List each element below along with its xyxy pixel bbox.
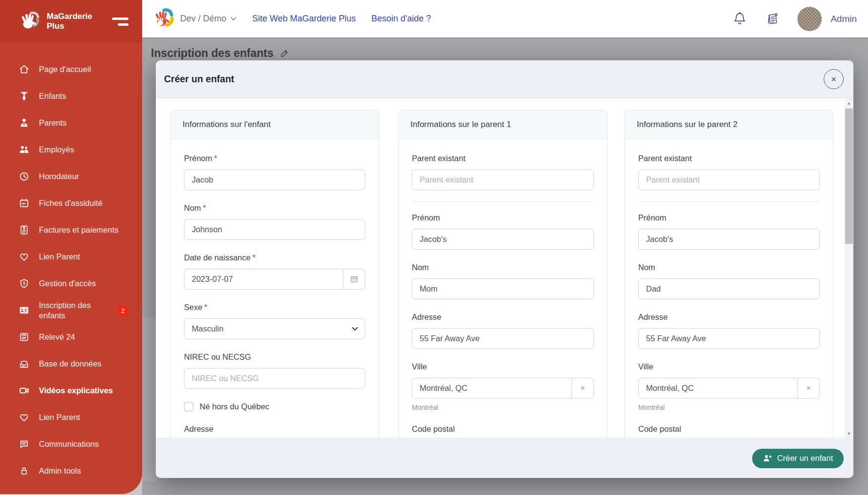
clock-icon: [18, 171, 30, 182]
clear-ville-icon[interactable]: ×: [572, 378, 594, 399]
sidebar-item-communications[interactable]: Communications: [0, 431, 142, 458]
sidebar-item-accueil[interactable]: Page d'accueil: [0, 56, 142, 83]
nirec-input[interactable]: [184, 368, 365, 389]
help-link[interactable]: Besoin d'aide ?: [371, 14, 431, 24]
modal-footer: Créer un enfant: [156, 438, 853, 478]
sidebar-nav: Page d'accueil Enfants Parents Employés …: [0, 43, 142, 484]
sidebar-item-releve24[interactable]: Relevé 24: [0, 324, 142, 350]
chevron-down-icon: [230, 17, 237, 21]
prenom-field: Prénom: [638, 213, 820, 250]
date-picker-button[interactable]: [343, 269, 365, 290]
parent2-prenom-input[interactable]: [638, 229, 820, 250]
parent-existant-input[interactable]: [638, 169, 820, 190]
parent-existant-field: Parent existant: [638, 154, 820, 190]
heart-icon: [18, 412, 30, 423]
sidebar-item-parents[interactable]: Parents: [0, 110, 142, 136]
sexe-field: Sexe* Masculin: [184, 303, 365, 339]
nirec-field: NIREC ou NECSG: [184, 352, 365, 389]
home-icon: [18, 64, 30, 75]
code-postal-field: Code postal: [638, 424, 820, 438]
chevron-down-icon: [351, 327, 358, 331]
sidebar-item-lien-parent-2[interactable]: Lien Parent: [0, 404, 142, 431]
chat-icon: [18, 439, 30, 450]
sidebar-item-admin-tools[interactable]: Admin tools: [0, 458, 142, 484]
sidebar-item-gestion-acces[interactable]: Gestion d'accès: [0, 270, 142, 297]
sidebar-item-assiduite[interactable]: Fiches d'assiduité: [0, 190, 142, 217]
prenom-field: Prénom: [412, 213, 594, 250]
notes-button[interactable]: [764, 11, 781, 27]
calendar-icon: [18, 198, 30, 209]
child-info-card: Informations sur l'enfant Prénom* Nom* D…: [170, 110, 379, 438]
sidebar-item-lien-parent[interactable]: Lien Parent: [0, 243, 142, 270]
user-avatar[interactable]: [797, 7, 822, 31]
parent1-adresse-input[interactable]: [412, 328, 594, 349]
invoice-icon: [18, 224, 30, 236]
parent2-ville-input[interactable]: [638, 378, 798, 399]
sidebar-item-inscription[interactable]: Inscription des enfants 2: [0, 297, 142, 324]
scroll-down-arrow[interactable]: ▼: [845, 429, 853, 438]
close-icon[interactable]: ×: [824, 69, 844, 89]
prenom-input[interactable]: [184, 169, 365, 190]
parent1-info-card: Informations sur le parent 1 Parent exis…: [398, 110, 608, 438]
top-header: Dev / Démo Site Web MaGarderie Plus Beso…: [142, 0, 868, 37]
hands-color-logo-icon: [153, 8, 175, 30]
person-plus-icon: [763, 454, 772, 462]
sidebar: MaGarderie Plus Page d'accueil Enfants P…: [0, 0, 142, 494]
notifications-button[interactable]: [731, 11, 748, 27]
parent1-nom-input[interactable]: [412, 278, 594, 299]
section-divider: [638, 202, 820, 202]
nom-field: Nom: [412, 263, 594, 299]
nom-input[interactable]: [184, 219, 365, 240]
parent-existant-input[interactable]: [412, 169, 594, 190]
parent1-prenom-input[interactable]: [412, 229, 594, 250]
nom-field: Nom*: [184, 203, 365, 240]
card-title: Informations sur le parent 2: [625, 110, 833, 139]
statement-icon: [18, 331, 30, 343]
sidebar-item-horodateur[interactable]: Horodateur: [0, 163, 142, 190]
sidebar-item-enfants[interactable]: Enfants: [0, 83, 142, 110]
nom-field: Nom: [638, 263, 820, 299]
sidebar-item-employes[interactable]: Employés: [0, 136, 142, 163]
env-switcher[interactable]: Dev / Démo: [180, 14, 237, 24]
edit-pencil-icon: [279, 48, 290, 58]
ville-hint: Montréal: [638, 403, 820, 411]
calendar-icon: [350, 275, 358, 283]
modal-header: Créer un enfant ×: [156, 60, 853, 98]
dob-field: Date de naissance*: [184, 253, 365, 290]
id-card-icon: [18, 305, 30, 316]
dob-input[interactable]: [184, 269, 343, 290]
sidebar-collapse-icon[interactable]: [112, 18, 129, 26]
ville-field: Ville × Montréal: [412, 362, 594, 411]
app-root: MaGarderie Plus Page d'accueil Enfants P…: [0, 0, 868, 495]
sidebar-item-videos[interactable]: Vidéos explicatives: [0, 377, 142, 404]
parent1-ville-input[interactable]: [412, 378, 572, 399]
sidebar-item-factures[interactable]: Factures et paiements: [0, 217, 142, 243]
modal-scrollbar[interactable]: ▲ ▼: [845, 98, 853, 438]
sidebar-brand: MaGarderie Plus: [0, 0, 142, 43]
born-outside-quebec-checkbox[interactable]: [184, 402, 193, 411]
sidebar-item-base-donnees[interactable]: Base de données: [0, 350, 142, 377]
parent2-info-card: Informations sur le parent 2 Parent exis…: [625, 110, 833, 438]
parent-icon: [18, 117, 30, 128]
create-child-button[interactable]: Créer un enfant: [752, 449, 844, 468]
scrollbar-thumb[interactable]: [845, 109, 853, 244]
user-name[interactable]: Admin: [831, 14, 857, 24]
parent-existant-field: Parent existant: [412, 154, 594, 190]
section-divider: [412, 202, 594, 202]
adresse-field: Adresse: [412, 312, 594, 349]
hand-logo-icon: [18, 10, 41, 33]
employees-icon: [18, 144, 30, 155]
sexe-select[interactable]: Masculin: [184, 318, 365, 339]
prenom-field: Prénom*: [184, 154, 365, 190]
heart-icon: [18, 251, 30, 262]
parent2-nom-input[interactable]: [638, 278, 820, 299]
shield-icon: [18, 278, 30, 289]
site-web-link[interactable]: Site Web MaGarderie Plus: [252, 14, 356, 24]
modal-body: Informations sur l'enfant Prénom* Nom* D…: [156, 98, 853, 438]
clear-ville-icon[interactable]: ×: [798, 378, 820, 399]
child-icon: [18, 91, 30, 102]
parent2-adresse-input[interactable]: [638, 328, 820, 349]
dimmed-content-strip: [142, 318, 157, 481]
inscription-count-badge: 2: [117, 305, 129, 316]
scroll-up-arrow[interactable]: ▲: [845, 98, 853, 108]
